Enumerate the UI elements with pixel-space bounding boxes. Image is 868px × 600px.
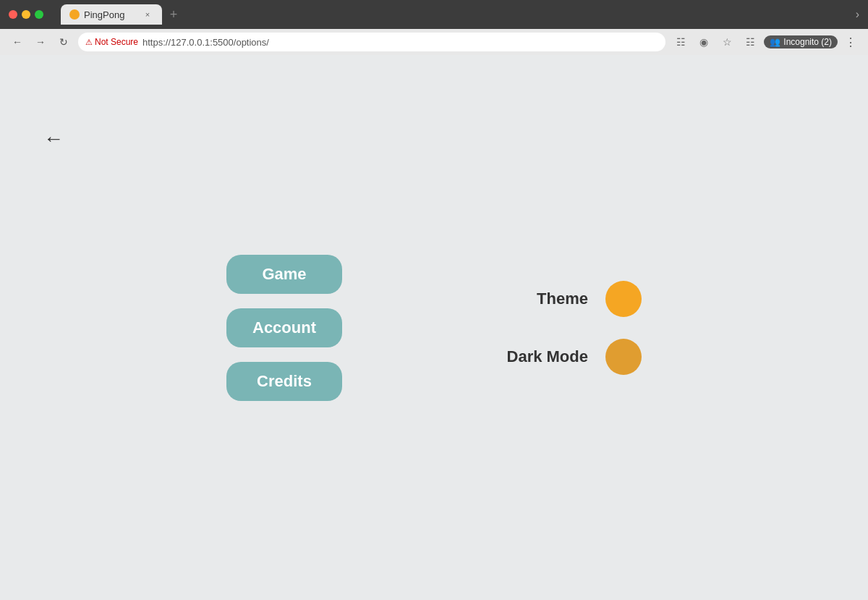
incognito-icon: 👥: [770, 37, 780, 47]
tab-close-button[interactable]: ×: [142, 9, 153, 20]
translate-button[interactable]: ☷: [671, 33, 690, 51]
back-arrow-button[interactable]: ←: [43, 127, 64, 151]
browser-menu-button[interactable]: ⋮: [842, 35, 859, 49]
active-tab[interactable]: PingPong ×: [61, 4, 162, 25]
tab-title: PingPong: [84, 9, 137, 20]
navigation-bar: ← → ↻ ⚠ Not Secure https://127.0.0.1:550…: [0, 29, 868, 55]
bookmark-button[interactable]: ☆: [718, 33, 736, 51]
theme-toggle[interactable]: [605, 281, 642, 317]
nav-actions: ☷ ◉ ☆ ☷ 👥 Incognito (2) ⋮: [671, 33, 859, 51]
tab-favicon: [69, 9, 80, 20]
account-button[interactable]: Account: [226, 308, 342, 347]
theme-label: Theme: [487, 290, 588, 308]
url-text: https://127.0.0.1:5500/options/: [142, 37, 269, 48]
browser-chrome: PingPong × + › ← → ↻ ⚠ Not Secure https:…: [0, 0, 868, 55]
tab-bar: PingPong × +: [55, 4, 188, 25]
address-bar[interactable]: ⚠ Not Secure https://127.0.0.1:5500/opti…: [78, 33, 665, 51]
traffic-light-yellow[interactable]: [22, 10, 30, 19]
incognito-badge[interactable]: 👥 Incognito (2): [764, 35, 838, 48]
not-secure-label: Not Secure: [95, 37, 138, 47]
reading-list-button[interactable]: ☷: [741, 33, 760, 51]
app-content: ← Game Account Credits Theme Dark Mode: [0, 55, 868, 600]
lens-button[interactable]: ◉: [694, 33, 713, 51]
title-bar: PingPong × + ›: [0, 0, 868, 29]
credits-button[interactable]: Credits: [226, 362, 342, 401]
main-container: Game Account Credits Theme Dark Mode: [0, 55, 868, 600]
left-menu: Game Account Credits: [226, 255, 342, 401]
incognito-label: Incognito (2): [783, 37, 832, 47]
right-settings: Theme Dark Mode: [487, 281, 642, 375]
dark-mode-label: Dark Mode: [487, 347, 588, 366]
dark-mode-toggle[interactable]: [605, 339, 642, 375]
forward-button[interactable]: →: [32, 33, 49, 51]
lock-icon: ⚠: [85, 38, 93, 47]
not-secure-indicator: ⚠ Not Secure: [85, 37, 138, 47]
traffic-light-red[interactable]: [9, 10, 17, 19]
traffic-light-green[interactable]: [35, 10, 43, 19]
back-button[interactable]: ←: [9, 33, 26, 51]
theme-setting-row: Theme: [487, 281, 642, 317]
tab-overflow-button[interactable]: ›: [856, 8, 859, 21]
dark-mode-setting-row: Dark Mode: [487, 339, 642, 375]
game-button[interactable]: Game: [226, 255, 342, 294]
traffic-lights: [9, 10, 43, 19]
reload-button[interactable]: ↻: [55, 33, 72, 51]
new-tab-button[interactable]: +: [165, 6, 182, 23]
